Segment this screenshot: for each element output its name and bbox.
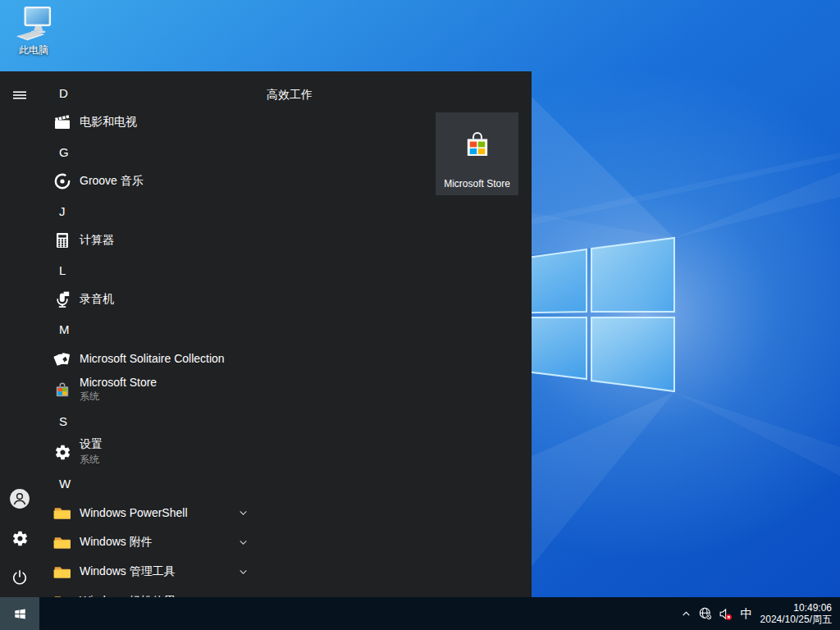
gear-icon: [11, 530, 29, 547]
windows-logo-icon: [13, 607, 27, 621]
app-label: 录音机: [80, 292, 114, 307]
clock-time: 10:49:06: [793, 602, 832, 614]
volume-muted-icon: [718, 606, 733, 622]
ime-label: 中: [741, 606, 753, 622]
tray-overflow-button[interactable]: [676, 597, 696, 630]
app-list-letter-S[interactable]: S: [39, 406, 285, 436]
app-list-item[interactable]: Microsoft Solitaire Collection: [39, 344, 285, 373]
app-list-letter-J[interactable]: J: [39, 196, 285, 226]
section-letter: S: [59, 414, 67, 428]
app-list-item[interactable]: 计算器: [39, 226, 285, 255]
section-letter: G: [59, 145, 69, 159]
volume-button[interactable]: [715, 597, 735, 630]
groove-icon: [52, 171, 72, 191]
hamburger-icon: [13, 89, 26, 102]
chevron-down-icon[interactable]: [238, 537, 249, 548]
settings-button[interactable]: [0, 518, 39, 558]
start-menu: D电影和电视GGroove 音乐J计算器L录音机MMicrosoft Solit…: [0, 71, 532, 597]
app-list-item[interactable]: 设置系统: [39, 436, 285, 468]
app-list-letter-M[interactable]: M: [39, 314, 285, 344]
settings-icon: [52, 442, 72, 462]
start-menu-rail: [0, 71, 39, 597]
this-pc-label: 此电脑: [19, 43, 48, 57]
taskbar[interactable]: 中 10:49:06 2024/10/25/周五: [0, 597, 840, 630]
app-list-item[interactable]: Groove 音乐: [39, 167, 285, 196]
app-list-letter-G[interactable]: G: [39, 137, 285, 167]
clock-date: 2024/10/25/周五: [760, 614, 832, 625]
folder-icon: [52, 532, 72, 552]
app-list-item[interactable]: 录音机: [39, 285, 285, 314]
app-label: 电影和电视: [80, 115, 137, 130]
folder-list-item[interactable]: Windows PowerShell: [39, 498, 285, 527]
globe-no-internet-icon: [698, 606, 713, 621]
section-letter: W: [59, 477, 71, 491]
chevron-down-icon[interactable]: [238, 567, 249, 578]
tile-label: Microsoft Store: [444, 178, 510, 189]
store-color-icon: [52, 380, 72, 399]
network-button[interactable]: [696, 597, 715, 630]
app-label: Groove 音乐: [80, 174, 144, 189]
app-label: 设置: [80, 437, 103, 452]
chevron-down-icon[interactable]: [238, 508, 249, 518]
tile-group-title: 高效工作: [267, 88, 313, 103]
folder-list-item[interactable]: Windows 轻松使用: [39, 587, 285, 597]
section-letter: L: [59, 263, 66, 277]
app-list-item[interactable]: Microsoft Store系统: [39, 373, 285, 406]
folder-list-item[interactable]: Windows 管理工具: [39, 557, 285, 587]
section-letter: J: [59, 204, 66, 218]
section-letter: M: [59, 322, 70, 336]
folder-list-item[interactable]: Windows 附件: [39, 527, 285, 557]
app-label: 计算器: [80, 233, 114, 248]
app-list: D电影和电视GGroove 音乐J计算器L录音机MMicrosoft Solit…: [39, 78, 285, 597]
tile-microsoft-store[interactable]: Microsoft Store: [436, 112, 518, 195]
app-subtitle: 系统: [80, 453, 103, 467]
app-label: Windows 附件: [80, 535, 153, 550]
app-list-letter-L[interactable]: L: [39, 255, 285, 285]
calculator-icon: [52, 231, 72, 250]
ime-button[interactable]: 中: [735, 597, 758, 630]
expand-menu-button[interactable]: [0, 75, 39, 115]
chevron-up-icon: [681, 609, 692, 619]
app-label: Windows PowerShell: [80, 506, 188, 519]
user-icon: [9, 488, 30, 509]
app-list-letter-W[interactable]: W: [39, 468, 285, 498]
app-label: Microsoft Store: [80, 376, 157, 389]
app-label: Microsoft Solitaire Collection: [80, 352, 225, 365]
solitaire-icon: [52, 349, 72, 368]
start-button[interactable]: [0, 597, 39, 630]
app-list-item[interactable]: 电影和电视: [39, 107, 285, 137]
store-icon: [460, 127, 495, 160]
app-subtitle: 系统: [80, 390, 157, 404]
this-pc-desktop-icon[interactable]: 此电脑: [7, 5, 61, 57]
movies-tv-icon: [52, 112, 72, 132]
power-button[interactable]: [0, 558, 39, 597]
voice-recorder-icon: [52, 290, 72, 309]
folder-icon: [52, 503, 72, 523]
desktop: 此电脑 D电影和电视GGroove 音乐J计算器L录音机MMicrosoft S…: [0, 0, 840, 630]
folder-icon: [52, 591, 72, 597]
power-icon: [11, 568, 29, 587]
clock-button[interactable]: 10:49:06 2024/10/25/周五: [758, 597, 840, 630]
section-letter: D: [59, 86, 68, 100]
folder-icon: [52, 562, 72, 582]
system-tray: 中 10:49:06 2024/10/25/周五: [676, 597, 840, 630]
app-label: Windows 管理工具: [80, 564, 176, 579]
app-list-letter-D[interactable]: D: [39, 78, 285, 107]
user-account-button[interactable]: [0, 479, 39, 518]
this-pc-icon: [15, 5, 52, 43]
